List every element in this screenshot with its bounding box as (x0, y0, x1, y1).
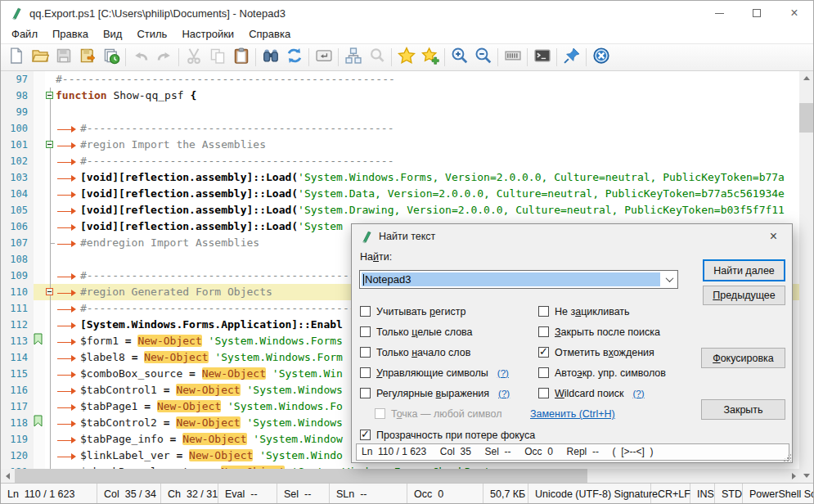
help-link[interactable]: (?) (498, 389, 510, 398)
copy-button[interactable] (205, 46, 229, 69)
title-bar[interactable]: qq.Export.ps1 [C:\Users\philip\Documents… (1, 1, 813, 25)
fold-collapse-icon[interactable] (46, 141, 53, 148)
code-text[interactable]: [void][reflection.assembly]::Load('Syste… (56, 202, 801, 218)
status-encoding[interactable]: Unicode (UTF-8) Signature (528, 484, 651, 504)
code-folding-button[interactable] (341, 46, 365, 69)
find-option-left-3[interactable]: Управляющие символы(?) (360, 362, 510, 383)
checkbox-icon[interactable] (538, 306, 549, 317)
find-option-right-3[interactable]: Автоэкр. упр. символов (538, 362, 666, 383)
save-file-button[interactable] (52, 46, 75, 69)
code-text[interactable]: #---------------------------------------… (56, 71, 801, 88)
scroll-left-arrow[interactable] (1, 469, 15, 483)
menu-item-1[interactable]: Правка (45, 25, 96, 43)
fold-margin[interactable] (45, 398, 56, 415)
fold-margin[interactable] (45, 448, 56, 464)
find-next-button[interactable]: Найти далее (703, 259, 785, 281)
fold-margin[interactable] (45, 366, 56, 382)
find-button[interactable] (259, 46, 282, 69)
fold-margin[interactable] (45, 300, 56, 317)
code-text[interactable]: function Show-qq_psf { (56, 88, 801, 104)
code-text[interactable]: #region Import the Assemblies (56, 137, 801, 153)
find-option-right-4[interactable]: Wildcard поиск(?) (538, 383, 666, 403)
search-text-selected[interactable]: Notepad3 (362, 272, 660, 286)
fold-margin[interactable] (45, 186, 56, 202)
find-option-right-0[interactable]: Не зацикливать (538, 301, 666, 322)
find-dialog-title-bar[interactable]: Найти текст × (352, 224, 792, 249)
redo-button[interactable] (152, 46, 176, 69)
focus-button[interactable]: Фокусировка (701, 348, 785, 368)
fold-margin[interactable] (45, 120, 56, 137)
checkbox-icon[interactable] (360, 388, 371, 398)
undo-button[interactable] (128, 46, 152, 69)
help-link[interactable]: (?) (633, 389, 645, 398)
fold-margin[interactable] (45, 169, 56, 186)
open-file-button[interactable] (28, 46, 52, 69)
minimize-button[interactable] (700, 1, 738, 25)
code-line-97[interactable]: 97#-------------------------------------… (1, 71, 801, 88)
checkbox-checked-icon[interactable] (538, 347, 549, 358)
code-line-104[interactable]: 104[void][reflection.assembly]::Load('Sy… (1, 186, 801, 202)
search-dropdown-button[interactable] (661, 271, 677, 288)
find-option-left-2[interactable]: Только начало слов (360, 342, 510, 362)
code-line-99[interactable]: 99 (1, 104, 801, 120)
checkbox-icon[interactable] (360, 347, 371, 358)
help-link[interactable]: (?) (497, 368, 509, 378)
add-favorite-button[interactable] (418, 46, 442, 69)
scroll-down-arrow[interactable] (799, 469, 813, 483)
scroll-right-arrow[interactable] (787, 469, 801, 483)
code-text[interactable]: #---------------------------------------… (56, 120, 801, 137)
vertical-scroll-thumb[interactable] (799, 103, 813, 133)
checkbox-icon[interactable] (538, 326, 549, 337)
checkbox-icon[interactable] (538, 388, 549, 398)
maximize-button[interactable] (738, 1, 776, 25)
menu-item-3[interactable]: Стиль (129, 25, 174, 43)
fold-margin[interactable] (45, 235, 56, 251)
fold-margin[interactable] (45, 104, 56, 120)
fold-collapse-icon[interactable] (46, 92, 53, 99)
code-line-102[interactable]: 102#------------------------------------… (1, 153, 801, 169)
fold-margin[interactable] (45, 137, 56, 153)
save-as-button[interactable] (75, 46, 99, 69)
code-text[interactable]: [void][reflection.assembly]::Load('Syste… (56, 169, 801, 186)
zoom-in-button[interactable] (447, 46, 471, 69)
checkbox-icon[interactable] (538, 367, 549, 378)
code-text[interactable]: [void][reflection.assembly]::Load('Syste… (56, 186, 801, 202)
find-option-left-0[interactable]: Учитывать регистр (360, 301, 510, 322)
code-line-105[interactable]: 105[void][reflection.assembly]::Load('Sy… (1, 202, 801, 218)
find-option-left-1[interactable]: Только целые слова (360, 322, 510, 342)
status-line[interactable]: Ln 110 / 1 623 (1, 484, 97, 504)
scroll-up-arrow[interactable] (799, 71, 813, 85)
code-line-103[interactable]: 103[void][reflection.assembly]::Load('Sy… (1, 169, 801, 186)
menu-item-2[interactable]: Вид (96, 25, 130, 43)
status-character[interactable]: Ch 32 / 31 (161, 484, 218, 504)
mark-occurrences-button[interactable] (365, 46, 389, 69)
close-button[interactable]: × (776, 1, 813, 25)
recent-files-button[interactable] (99, 46, 123, 69)
exit-button[interactable] (589, 46, 613, 69)
fold-margin[interactable] (45, 284, 56, 300)
vertical-scrollbar[interactable] (799, 71, 813, 483)
status-column[interactable]: Col 35 / 34 (97, 484, 161, 504)
menu-item-0[interactable]: Файл (4, 25, 45, 43)
fold-margin[interactable] (45, 317, 56, 333)
transparency-checkbox-0[interactable]: Прозрачность при потере фокуса (360, 425, 535, 445)
status-file-size[interactable]: 50,7 КБ (483, 484, 528, 504)
menu-item-5[interactable]: Справка (241, 25, 298, 43)
fold-margin[interactable] (45, 71, 56, 88)
fold-margin[interactable] (45, 218, 56, 235)
fold-margin[interactable] (45, 415, 56, 431)
horizontal-scroll-thumb[interactable] (15, 469, 587, 483)
code-text[interactable]: #---------------------------------------… (56, 153, 801, 169)
fold-margin[interactable] (45, 333, 56, 349)
find-dialog-close-button[interactable]: × (755, 224, 792, 248)
find-previous-button[interactable]: Предыдущее (703, 286, 785, 305)
checkbox-checked-icon[interactable] (360, 430, 371, 440)
word-wrap-button[interactable] (312, 46, 335, 69)
horizontal-scrollbar[interactable] (1, 469, 801, 483)
whitespace-button[interactable] (501, 46, 524, 69)
status-insert-mode[interactable]: INS (690, 484, 715, 504)
fold-margin[interactable] (45, 251, 56, 268)
replace-button[interactable] (282, 46, 306, 69)
status-syntax-scheme[interactable]: PowerShell Script (743, 484, 814, 504)
code-text[interactable] (56, 104, 801, 120)
